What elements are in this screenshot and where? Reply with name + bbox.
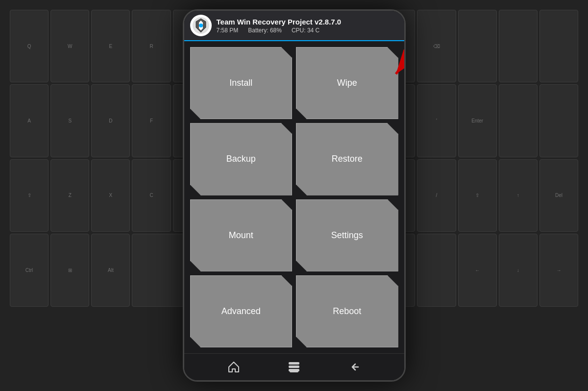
key: A [10, 84, 49, 157]
install-button[interactable]: Install [190, 47, 293, 119]
time-display: 7:58 PM [217, 27, 239, 34]
back-nav-button[interactable] [344, 357, 364, 377]
key: S [50, 84, 89, 157]
app-title: Team Win Recovery Project v2.8.7.0 [217, 18, 342, 26]
phone-device: Team Win Recovery Project v2.8.7.0 7:58 … [183, 9, 406, 382]
power-button [183, 109, 184, 138]
key: ↑ [499, 159, 538, 232]
twrp-header-text: Team Win Recovery Project v2.8.7.0 7:58 … [217, 18, 342, 34]
navigation-bar [184, 353, 404, 380]
wipe-button[interactable]: Wipe [296, 47, 398, 119]
key: Enter [458, 84, 497, 157]
key: E [91, 10, 130, 82]
key [499, 10, 538, 82]
key: → [539, 234, 578, 306]
twrp-header: Team Win Recovery Project v2.8.7.0 7:58 … [184, 11, 404, 41]
mount-button[interactable]: Mount [190, 199, 293, 271]
key: C [132, 159, 171, 232]
home-nav-button[interactable] [224, 357, 244, 377]
restore-button[interactable]: Restore [296, 123, 398, 195]
key: Del [539, 159, 578, 232]
backup-button[interactable]: Backup [190, 123, 293, 195]
menu-nav-button[interactable] [284, 357, 304, 377]
key [417, 234, 456, 306]
key [539, 84, 578, 157]
key [539, 10, 578, 82]
key: Q [10, 10, 49, 82]
key: X [91, 159, 130, 232]
key: / [417, 159, 456, 232]
key: ⇧ [10, 159, 49, 232]
key: W [50, 10, 89, 82]
key: Z [50, 159, 89, 232]
key: ← [458, 234, 497, 306]
key: ↓ [499, 234, 538, 306]
reboot-button[interactable]: Reboot [296, 275, 398, 347]
key: ' [417, 84, 456, 157]
key: D [91, 84, 130, 157]
key [458, 10, 497, 82]
cpu-display: CPU: 34 C [292, 27, 319, 34]
key: ⇧ [458, 159, 497, 232]
key: F [132, 84, 171, 157]
svg-rect-5 [289, 366, 299, 367]
svg-rect-4 [289, 363, 299, 364]
key: Alt [91, 234, 130, 306]
key: ⌫ [417, 10, 456, 82]
svg-point-1 [199, 24, 203, 27]
twrp-screen: Team Win Recovery Project v2.8.7.0 7:58 … [184, 11, 404, 380]
advanced-button[interactable]: Advanced [190, 275, 293, 347]
key: ⊞ [50, 234, 89, 306]
key: Ctrl [10, 234, 49, 306]
twrp-status-bar: 7:58 PM Battery: 68% CPU: 34 C [217, 27, 342, 34]
main-button-grid: Install Wipe Backup [184, 41, 404, 353]
battery-display: Battery: 68% [248, 27, 282, 34]
key: R [132, 10, 171, 82]
svg-rect-7 [290, 371, 298, 372]
twrp-logo [190, 15, 212, 36]
settings-button[interactable]: Settings [296, 199, 398, 271]
key [499, 84, 538, 157]
